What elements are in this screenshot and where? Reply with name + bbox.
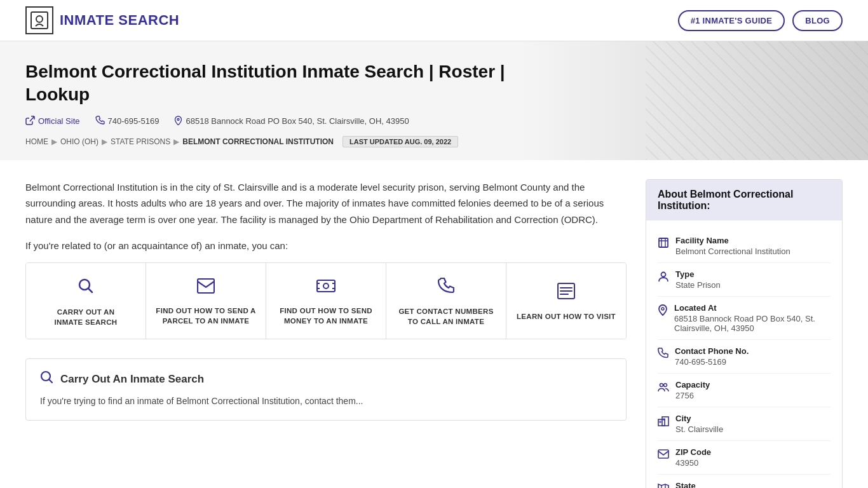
header-nav: #1 INMATE'S GUIDE BLOG bbox=[678, 10, 843, 31]
svg-point-11 bbox=[661, 308, 664, 310]
svg-rect-9 bbox=[659, 238, 668, 247]
facility-value: Belmont Correctional Institution bbox=[675, 247, 790, 256]
section-title-row: Carry Out An Inmate Search bbox=[40, 370, 612, 388]
about-card: About Belmont Correctional Institution: … bbox=[646, 179, 843, 488]
address-item: 68518 Bannock Road PO Box 540, St. Clair… bbox=[174, 116, 409, 127]
zip-value: 43950 bbox=[675, 458, 711, 468]
facility-content: Facility Name Belmont Correctional Insti… bbox=[675, 236, 790, 256]
capacity-value: 2756 bbox=[675, 391, 710, 400]
action-card-visit[interactable]: LEARN OUT HOW TO VISIT bbox=[506, 263, 626, 339]
action-card-parcel-label: FIND OUT HOW TO SEND APARCEL TO AN INMAT… bbox=[156, 306, 255, 326]
money-icon bbox=[316, 278, 336, 298]
breadcrumb: HOME ▶ OHIO (OH) ▶ STATE PRISONS ▶ BELMO… bbox=[25, 137, 334, 146]
svg-rect-15 bbox=[662, 417, 668, 426]
person-icon bbox=[658, 271, 669, 285]
about-row-capacity: Capacity 2756 bbox=[658, 374, 831, 407]
svg-rect-18 bbox=[658, 450, 668, 458]
blog-button[interactable]: BLOG bbox=[792, 10, 843, 31]
capacity-icon bbox=[658, 381, 669, 396]
type-label: Type bbox=[675, 269, 721, 279]
logo-text: INMATE SEARCH bbox=[60, 12, 179, 29]
action-card-money[interactable]: FIND OUT HOW TO SENDMONEY TO AN INMATE bbox=[266, 263, 386, 339]
svg-point-1 bbox=[36, 16, 43, 22]
phone-number: 740-695-5169 bbox=[108, 116, 159, 126]
about-row-city: City St. Clairsville bbox=[658, 407, 831, 441]
list-icon bbox=[557, 283, 575, 304]
capacity-content: Capacity 2756 bbox=[675, 380, 710, 400]
action-card-search[interactable]: CARRY OUT ANINMATE SEARCH bbox=[26, 263, 146, 339]
about-row-location: Located At 68518 Bannock Road PO Box 540… bbox=[658, 297, 831, 340]
phone-item: 740-695-5169 bbox=[95, 116, 159, 127]
phone-content: Contact Phone No. 740-695-5169 bbox=[675, 346, 749, 367]
about-card-body: Facility Name Belmont Correctional Insti… bbox=[646, 220, 842, 488]
section-body-text: If you're trying to find an inmate of Be… bbox=[40, 394, 612, 408]
city-icon bbox=[658, 415, 669, 430]
action-card-search-label: CARRY OUT ANINMATE SEARCH bbox=[55, 307, 118, 327]
about-row-zip: ZIP Code 43950 bbox=[658, 441, 831, 475]
action-card-contact[interactable]: GET CONTACT NUMBERSTO CALL AN INMATE bbox=[386, 263, 506, 339]
about-card-header: About Belmont Correctional Institution: bbox=[646, 180, 842, 220]
type-value: State Prison bbox=[675, 280, 721, 290]
state-content: State Ohio (OH) bbox=[675, 481, 713, 488]
section-search-icon bbox=[40, 370, 54, 388]
about-row-phone: Contact Phone No. 740-695-5169 bbox=[658, 340, 831, 374]
facility-label: Facility Name bbox=[675, 236, 790, 245]
svg-point-12 bbox=[660, 383, 663, 386]
inmate-search-section: Carry Out An Inmate Search If you're try… bbox=[25, 358, 627, 420]
zip-content: ZIP Code 43950 bbox=[675, 447, 711, 468]
main-content: Belmont Correctional Institution is in t… bbox=[0, 160, 868, 488]
breadcrumb-category[interactable]: STATE PRISONS bbox=[111, 137, 170, 146]
phone-label: Contact Phone No. bbox=[675, 346, 749, 356]
breadcrumb-current: BELMONT CORRECTIONAL INSTITUTION bbox=[182, 137, 334, 146]
envelope-icon bbox=[197, 278, 215, 298]
sep2: ▶ bbox=[102, 137, 107, 146]
location-pin-icon bbox=[658, 304, 668, 319]
action-card-contact-label: GET CONTACT NUMBERSTO CALL AN INMATE bbox=[398, 306, 493, 327]
zip-label: ZIP Code bbox=[675, 447, 711, 457]
svg-rect-4 bbox=[198, 279, 214, 293]
action-card-parcel[interactable]: FIND OUT HOW TO SEND APARCEL TO AN INMAT… bbox=[146, 263, 266, 339]
action-cards: CARRY OUT ANINMATE SEARCH FIND OUT HOW T… bbox=[25, 262, 627, 339]
address-text: 68518 Bannock Road PO Box 540, St. Clair… bbox=[186, 116, 409, 126]
breadcrumb-state[interactable]: OHIO (OH) bbox=[60, 137, 98, 146]
phone-call-icon bbox=[438, 278, 454, 299]
city-content: City St. Clairsville bbox=[675, 414, 723, 434]
header: INMATE SEARCH #1 INMATE'S GUIDE BLOG bbox=[0, 0, 868, 41]
mail-icon bbox=[658, 449, 669, 462]
svg-rect-0 bbox=[31, 12, 48, 29]
left-content: Belmont Correctional Institution is in t… bbox=[25, 179, 627, 488]
location-label: Located At bbox=[674, 303, 831, 313]
svg-rect-16 bbox=[660, 421, 661, 423]
action-card-money-label: FIND OUT HOW TO SENDMONEY TO AN INMATE bbox=[280, 306, 372, 326]
section-title: Carry Out An Inmate Search bbox=[60, 373, 204, 386]
svg-point-10 bbox=[661, 272, 666, 276]
sidebar-phone-icon bbox=[658, 348, 668, 362]
action-card-visit-label: LEARN OUT HOW TO VISIT bbox=[517, 311, 616, 322]
about-row-facility: Facility Name Belmont Correctional Insti… bbox=[658, 229, 831, 263]
about-row-state: State Ohio (OH) bbox=[658, 475, 831, 488]
right-sidebar: About Belmont Correctional Institution: … bbox=[646, 179, 843, 488]
state-label: State bbox=[675, 481, 713, 488]
location-content: Located At 68518 Bannock Road PO Box 540… bbox=[674, 303, 831, 333]
type-content: Type State Prison bbox=[675, 269, 721, 290]
link-icon bbox=[25, 116, 35, 127]
guide-button[interactable]: #1 INMATE'S GUIDE bbox=[678, 10, 785, 31]
svg-point-13 bbox=[664, 383, 667, 386]
last-updated-badge: LAST UPDATED AUG. 09, 2022 bbox=[342, 136, 458, 147]
hero-section: Belmont Correctional Institution Inmate … bbox=[0, 41, 868, 160]
svg-point-2 bbox=[177, 118, 179, 120]
phone-icon bbox=[95, 116, 105, 127]
breadcrumb-home[interactable]: HOME bbox=[25, 137, 48, 146]
sep3: ▶ bbox=[173, 137, 179, 146]
official-site-text[interactable]: Official Site bbox=[38, 116, 80, 126]
building-icon bbox=[658, 237, 669, 252]
official-site-link[interactable]: Official Site bbox=[25, 116, 80, 127]
logo-link[interactable]: INMATE SEARCH bbox=[25, 6, 179, 34]
capacity-label: Capacity bbox=[675, 380, 710, 390]
intro-paragraph1: Belmont Correctional Institution is in t… bbox=[25, 179, 627, 228]
map-icon bbox=[658, 482, 669, 488]
intro-paragraph2: If you're related to (or an acquaintance… bbox=[25, 240, 627, 251]
page-title: Belmont Correctional Institution Inmate … bbox=[25, 60, 534, 107]
svg-point-6 bbox=[323, 283, 329, 288]
sep1: ▶ bbox=[51, 137, 57, 146]
